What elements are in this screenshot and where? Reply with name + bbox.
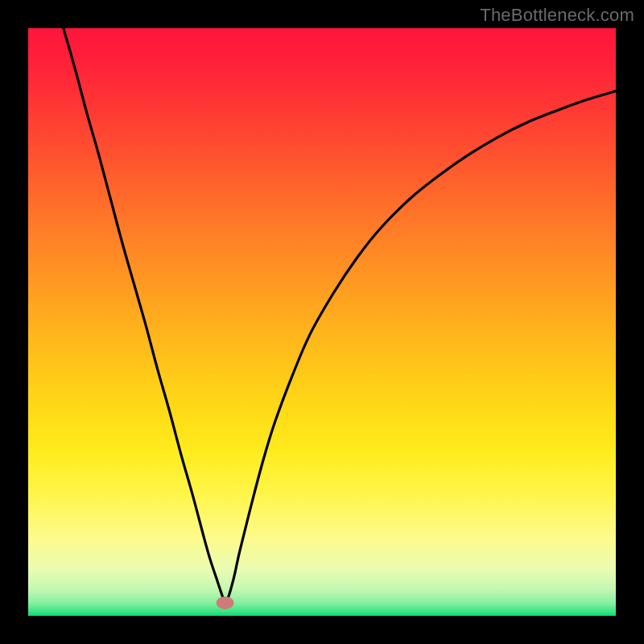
chart-frame: TheBottleneck.com [0, 0, 644, 644]
optimal-point-marker [217, 597, 234, 609]
bottleneck-curve [64, 28, 616, 603]
watermark-text: TheBottleneck.com [480, 5, 634, 26]
bottleneck-chart [28, 28, 616, 616]
plot-area [28, 28, 616, 616]
